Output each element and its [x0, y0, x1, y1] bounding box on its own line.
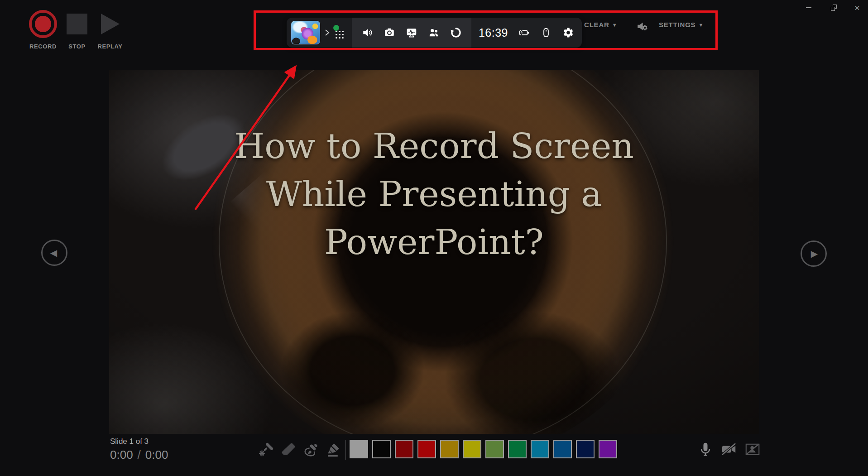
elapsed-time: 0:00: [110, 448, 133, 462]
camera-preview-off-icon: [744, 441, 761, 457]
sync-button[interactable]: [450, 26, 462, 39]
time-separator: /: [138, 448, 141, 462]
ink-color-swatch[interactable]: [417, 440, 436, 458]
recording-time-counter: 0:00 / 0:00: [110, 448, 168, 462]
slide-counter: Slide 1 of 3: [110, 437, 149, 446]
laser-pointer-button[interactable]: [257, 440, 276, 459]
slide-title-line: PowerPoint?: [109, 218, 759, 266]
highlighter-icon: [324, 441, 341, 458]
ink-tools: [257, 440, 342, 459]
performance-button[interactable]: [405, 26, 418, 39]
clear-label: CLEAR: [584, 21, 609, 29]
volume-button[interactable]: [361, 26, 374, 39]
recording-status-dot: [333, 25, 339, 31]
next-slide-button[interactable]: ▶: [801, 240, 827, 267]
previous-arrow-icon: ◀: [50, 247, 57, 258]
ink-color-swatch[interactable]: [508, 440, 527, 458]
ink-color-swatch[interactable]: [553, 440, 572, 458]
ink-color-swatch[interactable]: [372, 440, 391, 458]
microphone-button[interactable]: [696, 440, 715, 458]
tools-divider: [345, 440, 346, 460]
record-icon: [35, 16, 51, 32]
hud-status-section: 16:39: [471, 18, 582, 48]
gear-icon: [562, 27, 574, 38]
chevron-down-icon: ▼: [698, 22, 704, 28]
microphone-icon: [697, 441, 714, 457]
camera-preview-toggle-button[interactable]: [743, 440, 762, 458]
av-controls: [696, 440, 762, 458]
replay-label: REPLAY: [93, 43, 127, 50]
ink-color-swatch[interactable]: [485, 440, 504, 458]
sync-icon: [450, 27, 462, 38]
audio-settings-button[interactable]: [636, 19, 651, 34]
presenter-recording-window: ✕ RECORD STOP REPLAY CLEAR ▼ SETTINGS ▼: [0, 0, 868, 476]
close-icon: ✕: [854, 5, 860, 11]
apps-grid-button[interactable]: [335, 27, 345, 38]
ink-color-swatch[interactable]: [440, 440, 459, 458]
ink-color-palette: [350, 440, 617, 458]
battery-charging-icon: [518, 26, 530, 39]
mouse-icon: [540, 26, 552, 39]
eraser-icon: [280, 441, 297, 458]
previous-slide-button[interactable]: ◀: [41, 240, 67, 266]
replay-button[interactable]: [101, 14, 120, 34]
ink-color-swatch[interactable]: [599, 440, 617, 458]
chevron-right-icon: [324, 29, 330, 37]
hud-clock: 16:39: [479, 26, 508, 39]
restore-button[interactable]: [827, 2, 840, 14]
record-label: RECORD: [25, 43, 61, 50]
grid-dots-icon: [336, 31, 344, 39]
screen-recorder-hud: 16:39: [287, 18, 582, 48]
hud-left-section: [287, 18, 352, 48]
total-time: 0:00: [145, 448, 168, 462]
performance-monitor-icon: [406, 27, 417, 38]
camera-toggle-button[interactable]: [720, 440, 738, 458]
restore-icon: [831, 5, 836, 10]
laser-pointer-icon: [258, 441, 275, 458]
slide-title: How to Record Screen While Presenting a …: [109, 122, 759, 266]
ink-color-swatch[interactable]: [463, 440, 481, 458]
volume-icon: [362, 27, 374, 38]
minimize-button[interactable]: [802, 2, 815, 14]
stop-label: STOP: [63, 43, 91, 50]
next-arrow-icon: ▶: [811, 248, 818, 259]
screenshot-button[interactable]: [383, 26, 396, 39]
close-button[interactable]: ✕: [850, 2, 864, 14]
slide-title-line: How to Record Screen: [109, 122, 759, 170]
hud-tools-section: [352, 18, 471, 48]
speaker-gear-icon: [636, 19, 651, 34]
pen-button[interactable]: [301, 440, 320, 459]
settings-dropdown[interactable]: SETTINGS ▼: [659, 21, 704, 29]
camera-off-icon: [721, 441, 737, 457]
ink-color-swatch[interactable]: [531, 440, 549, 458]
highlighter-button[interactable]: [323, 440, 342, 459]
game-app-thumbnail[interactable]: [291, 21, 320, 44]
clear-dropdown[interactable]: CLEAR ▼: [584, 21, 617, 29]
stop-button[interactable]: [67, 14, 87, 34]
chevron-down-icon: ▼: [612, 22, 618, 28]
settings-label: SETTINGS: [659, 21, 695, 29]
slide-canvas: How to Record Screen While Presenting a …: [109, 70, 759, 434]
camera-icon: [384, 27, 395, 38]
record-button[interactable]: [29, 10, 57, 38]
ink-color-swatch[interactable]: [395, 440, 413, 458]
hud-settings-button[interactable]: [562, 26, 575, 39]
eraser-button[interactable]: [279, 440, 298, 459]
ink-color-swatch[interactable]: [350, 440, 368, 458]
expand-button[interactable]: [324, 29, 330, 37]
participants-icon: [428, 27, 440, 38]
participants-button[interactable]: [427, 26, 440, 39]
ink-color-swatch[interactable]: [576, 440, 595, 458]
minimize-icon: [806, 7, 811, 8]
slide-title-line: While Presenting a: [109, 170, 759, 218]
pen-icon: [302, 441, 319, 458]
